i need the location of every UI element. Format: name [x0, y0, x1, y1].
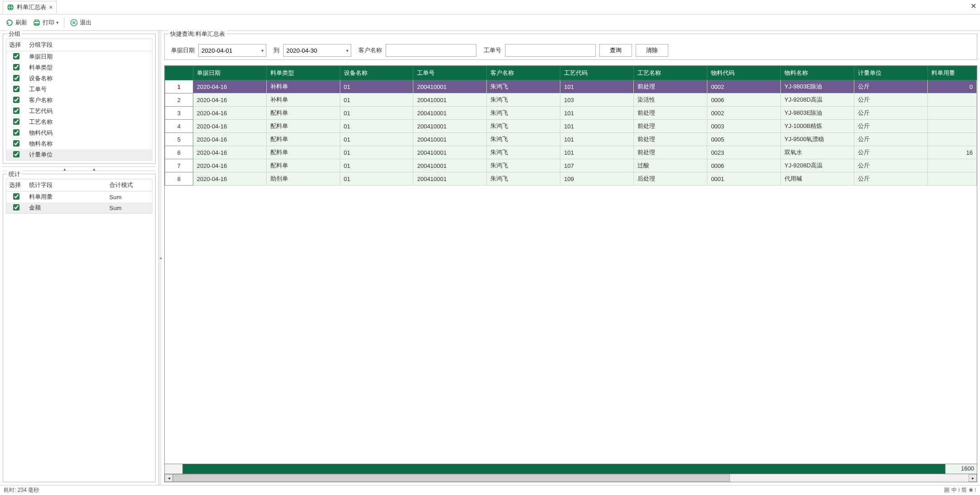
- table-cell[interactable]: YJ-9500氧漂稳: [781, 133, 854, 146]
- table-cell[interactable]: YJ-9208D高温: [781, 93, 854, 107]
- table-cell[interactable]: 01: [340, 159, 413, 172]
- table-cell[interactable]: 朱鸿飞: [487, 133, 560, 146]
- group-row[interactable]: 物料代码: [6, 127, 152, 138]
- table-row[interactable]: 22020-04-16补料单01200410001朱鸿飞103染活性0006YJ…: [165, 93, 977, 107]
- table-cell[interactable]: 2020-04-16: [193, 93, 266, 107]
- scroll-track[interactable]: [173, 474, 969, 482]
- table-cell[interactable]: 助剂单: [266, 172, 340, 186]
- table-cell[interactable]: 2020-04-16: [193, 133, 266, 146]
- table-cell[interactable]: 0001: [707, 172, 781, 186]
- refresh-button[interactable]: 刷新: [4, 18, 29, 28]
- group-checkbox[interactable]: [13, 75, 20, 81]
- row-number[interactable]: 8: [165, 172, 193, 186]
- table-cell[interactable]: 103: [560, 93, 634, 107]
- table-row[interactable]: 72020-04-16配料单01200410001朱鸿飞107过酸0006YJ-…: [165, 159, 977, 172]
- table-cell[interactable]: 朱鸿飞: [487, 159, 560, 172]
- row-number[interactable]: 2: [165, 93, 193, 107]
- table-cell[interactable]: [927, 133, 976, 146]
- row-number[interactable]: 1: [165, 80, 193, 93]
- table-row[interactable]: 62020-04-16配料单01200410001朱鸿飞101前处理0023双氧…: [165, 146, 977, 159]
- group-checkbox[interactable]: [13, 140, 20, 147]
- exit-button[interactable]: 退出: [68, 18, 93, 28]
- table-cell[interactable]: 200410001: [413, 120, 487, 133]
- column-header[interactable]: 料单用量: [927, 66, 976, 80]
- table-scroll[interactable]: 单据日期料单类型设备名称工单号客户名称工艺代码工艺名称物料代码物料名称计量单位料…: [165, 66, 977, 464]
- table-row[interactable]: 42020-04-16配料单01200410001朱鸿飞101前处理0003YJ…: [165, 120, 977, 133]
- table-cell[interactable]: 01: [340, 80, 413, 93]
- table-cell[interactable]: 2020-04-16: [193, 80, 266, 93]
- table-row[interactable]: 12020-04-16补料单01200410001朱鸿飞101前处理0002YJ…: [165, 80, 977, 93]
- table-cell[interactable]: 朱鸿飞: [487, 172, 560, 186]
- table-cell[interactable]: 0: [927, 80, 976, 93]
- table-cell[interactable]: 2020-04-16: [193, 107, 266, 120]
- column-header[interactable]: 计量单位: [854, 66, 927, 80]
- work-input[interactable]: [505, 44, 596, 57]
- table-cell[interactable]: 前处理: [634, 120, 707, 133]
- table-cell[interactable]: 朱鸿飞: [487, 80, 560, 93]
- date-to-input[interactable]: [283, 44, 351, 57]
- query-button[interactable]: 查询: [599, 44, 632, 57]
- table-row[interactable]: 52020-04-16配料单01200410001朱鸿飞101前处理0005YJ…: [165, 133, 977, 146]
- table-cell[interactable]: 200410001: [413, 133, 487, 146]
- table-cell[interactable]: 0002: [707, 80, 781, 93]
- stat-checkbox[interactable]: [13, 193, 20, 200]
- table-cell[interactable]: YJ-9803E除油: [781, 107, 854, 120]
- group-checkbox[interactable]: [13, 129, 20, 136]
- table-row[interactable]: 82020-04-16助剂单01200410001朱鸿飞109后处理0001代用…: [165, 172, 977, 186]
- horizontal-splitter[interactable]: ▴ ▴: [3, 167, 156, 171]
- table-cell[interactable]: 公斤: [854, 93, 927, 107]
- row-number[interactable]: 3: [165, 107, 193, 120]
- table-cell[interactable]: 0002: [707, 107, 781, 120]
- table-cell[interactable]: 公斤: [854, 159, 927, 172]
- table-cell[interactable]: 0005: [707, 133, 781, 146]
- table-cell[interactable]: 200410001: [413, 107, 487, 120]
- date-from-input[interactable]: [198, 44, 266, 57]
- table-cell[interactable]: 公斤: [854, 146, 927, 159]
- group-checkbox[interactable]: [13, 64, 20, 70]
- table-cell[interactable]: [927, 120, 976, 133]
- tab-active[interactable]: 料单汇总表 ×: [3, 1, 57, 13]
- table-cell[interactable]: 前处理: [634, 133, 707, 146]
- dropdown-icon[interactable]: ▾: [56, 20, 59, 25]
- table-cell[interactable]: 2020-04-16: [193, 172, 266, 186]
- table-cell[interactable]: YJ-1000B精炼: [781, 120, 854, 133]
- group-row[interactable]: 工艺代码: [6, 106, 152, 117]
- column-header[interactable]: 料单类型: [266, 66, 340, 80]
- table-cell[interactable]: 公斤: [854, 107, 927, 120]
- group-row[interactable]: 料单类型: [6, 62, 152, 73]
- table-cell[interactable]: 补料单: [266, 80, 340, 93]
- table-cell[interactable]: [927, 172, 976, 186]
- stat-checkbox[interactable]: [13, 204, 20, 211]
- group-checkbox[interactable]: [13, 151, 20, 157]
- column-header[interactable]: 工艺名称: [634, 66, 707, 80]
- table-cell[interactable]: 朱鸿飞: [487, 107, 560, 120]
- table-cell[interactable]: 前处理: [634, 146, 707, 159]
- table-cell[interactable]: 200410001: [413, 80, 487, 93]
- table-cell[interactable]: 过酸: [634, 159, 707, 172]
- table-cell[interactable]: 染活性: [634, 93, 707, 107]
- horizontal-scrollbar[interactable]: ◂ ▸: [165, 474, 977, 482]
- group-row[interactable]: 物料名称: [6, 138, 152, 149]
- table-cell[interactable]: 前处理: [634, 80, 707, 93]
- column-header[interactable]: 工艺代码: [560, 66, 634, 80]
- table-cell[interactable]: 101: [560, 80, 634, 93]
- scroll-thumb[interactable]: [173, 474, 730, 482]
- table-cell[interactable]: 代用碱: [781, 172, 854, 186]
- table-cell[interactable]: 配料单: [266, 107, 340, 120]
- group-row[interactable]: 单据日期: [6, 51, 152, 62]
- table-cell[interactable]: 109: [560, 172, 634, 186]
- row-number[interactable]: 5: [165, 133, 193, 146]
- clear-button[interactable]: 清除: [636, 44, 668, 57]
- table-cell[interactable]: 朱鸿飞: [487, 120, 560, 133]
- close-icon[interactable]: ×: [49, 4, 53, 11]
- group-row[interactable]: 客户名称: [6, 95, 152, 106]
- table-cell[interactable]: 公斤: [854, 133, 927, 146]
- table-cell[interactable]: 101: [560, 146, 634, 159]
- table-cell[interactable]: 配料单: [266, 159, 340, 172]
- group-row[interactable]: 工艺名称: [6, 117, 152, 127]
- table-cell[interactable]: 公斤: [854, 172, 927, 186]
- table-cell[interactable]: 配料单: [266, 146, 340, 159]
- table-cell[interactable]: 朱鸿飞: [487, 93, 560, 107]
- column-header[interactable]: 客户名称: [487, 66, 560, 80]
- table-cell[interactable]: 101: [560, 107, 634, 120]
